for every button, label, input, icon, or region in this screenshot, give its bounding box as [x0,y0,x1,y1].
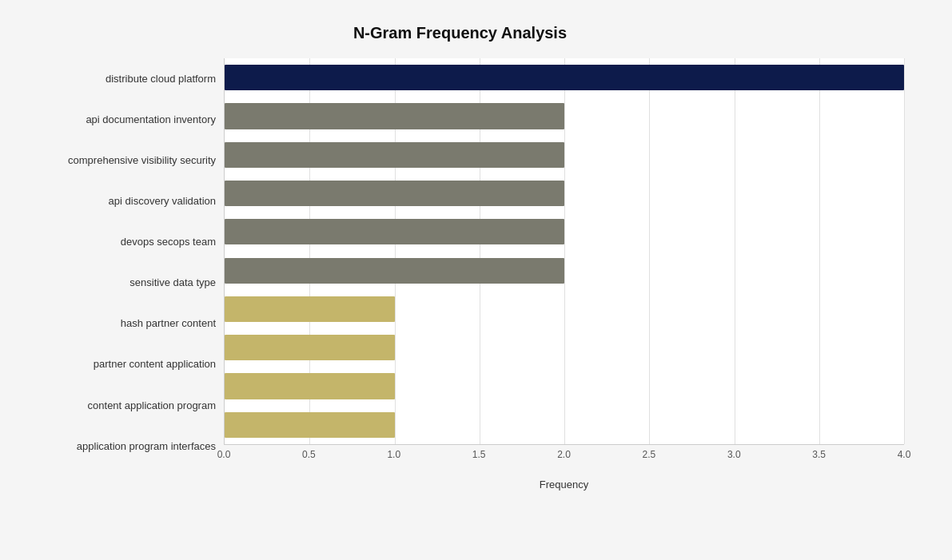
y-axis-labels: distribute cloud platformapi documentati… [16,58,224,490]
chart-area: distribute cloud platformapi documentati… [16,58,904,490]
bar-row [225,212,904,251]
chart-container: N-Gram Frequency Analysis distribute clo… [0,0,952,560]
x-tick: 3.0 [727,449,741,460]
bar-row [225,290,904,328]
bar [225,412,395,438]
y-axis-label: sensitive data type [16,276,216,289]
x-axis: 0.00.51.01.52.02.53.03.54.0 [224,445,904,477]
y-axis-label: content application program [16,399,216,412]
bar-row [225,406,904,444]
bar [225,219,564,244]
bar [225,296,395,322]
x-tick: 2.0 [557,449,571,460]
y-axis-label: api documentation inventory [16,113,216,126]
bar [225,258,564,284]
y-axis-label: partner content application [16,358,216,371]
bar [225,142,564,168]
bar [225,65,904,90]
y-axis-label: comprehensive visibility security [16,154,216,167]
x-tick: 3.5 [812,449,826,460]
bars-area [224,58,904,445]
y-axis-label: distribute cloud platform [16,73,216,85]
x-tick: 0.0 [217,449,231,460]
chart-title: N-Gram Frequency Analysis [16,16,904,42]
bar [225,103,564,129]
y-axis-label: application program interfaces [16,440,216,453]
x-tick: 0.5 [302,449,316,460]
x-tick: 2.5 [643,449,656,460]
bar-row [225,174,904,212]
bars-and-xaxis: 0.00.51.01.52.02.53.03.54.0 Frequency [224,58,904,490]
bar [225,335,395,360]
bar-row [225,328,904,367]
bar-row [225,58,904,97]
x-tick: 1.0 [387,449,400,460]
bar [225,181,564,206]
y-axis-label: hash partner content [16,317,216,330]
y-axis-label: devops secops team [16,236,216,248]
bar-row [225,367,904,405]
y-axis-label: api discovery validation [16,195,216,208]
bar-row [225,97,904,135]
x-tick: 1.5 [472,449,486,460]
x-tick: 4.0 [898,449,911,460]
bar-row [225,252,904,290]
x-axis-label: Frequency [224,479,904,490]
bar [225,373,395,399]
bar-row [225,136,904,174]
